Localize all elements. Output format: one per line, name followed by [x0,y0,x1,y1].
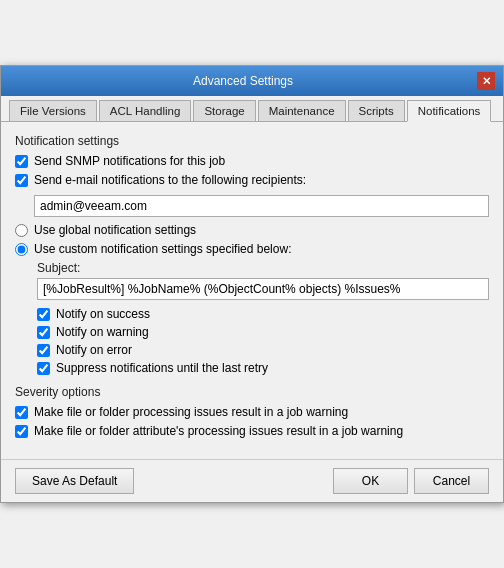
radio-custom-label: Use custom notification settings specifi… [34,242,291,256]
advanced-settings-window: Advanced Settings ✕ File Versions ACL Ha… [0,65,504,503]
suppress-checkbox[interactable] [37,362,50,375]
subject-input[interactable] [37,278,489,300]
tab-file-versions[interactable]: File Versions [9,100,97,121]
notify-success-row: Notify on success [37,307,489,321]
notify-options: Notify on success Notify on warning Noti… [37,307,489,375]
severity-option1-label: Make file or folder processing issues re… [34,405,348,419]
severity-option1-checkbox[interactable] [15,406,28,419]
radio-custom-row: Use custom notification settings specifi… [15,242,489,256]
notification-settings-label: Notification settings [15,134,489,148]
footer-left: Save As Default [15,468,333,494]
notify-error-label: Notify on error [56,343,132,357]
close-button[interactable]: ✕ [477,72,495,90]
email-input-wrapper [15,192,489,223]
notify-warning-row: Notify on warning [37,325,489,339]
snmp-label: Send SNMP notifications for this job [34,154,225,168]
snmp-checkbox[interactable] [15,155,28,168]
tab-acl-handling[interactable]: ACL Handling [99,100,192,121]
severity-option2-label: Make file or folder attribute's processi… [34,424,403,438]
radio-global-row: Use global notification settings [15,223,489,237]
email-checkbox-row: Send e-mail notifications to the followi… [15,173,489,187]
radio-custom[interactable] [15,243,28,256]
tab-storage[interactable]: Storage [193,100,255,121]
notify-success-label: Notify on success [56,307,150,321]
ok-button[interactable]: OK [333,468,408,494]
tabs-bar: File Versions ACL Handling Storage Maint… [1,96,503,122]
severity-section: Severity options Make file or folder pro… [15,385,489,438]
tab-notifications[interactable]: Notifications [407,100,492,122]
severity-option2-row: Make file or folder attribute's processi… [15,424,489,438]
cancel-button[interactable]: Cancel [414,468,489,494]
radio-global-label: Use global notification settings [34,223,196,237]
save-default-button[interactable]: Save As Default [15,468,134,494]
suppress-label: Suppress notifications until the last re… [56,361,268,375]
snmp-row: Send SNMP notifications for this job [15,154,489,168]
suppress-row: Suppress notifications until the last re… [37,361,489,375]
notify-warning-checkbox[interactable] [37,326,50,339]
title-bar: Advanced Settings ✕ [1,66,503,96]
tab-maintenance[interactable]: Maintenance [258,100,346,121]
severity-label: Severity options [15,385,489,399]
email-checkbox[interactable] [15,174,28,187]
severity-option2-checkbox[interactable] [15,425,28,438]
footer: Save As Default OK Cancel [1,459,503,502]
notify-error-checkbox[interactable] [37,344,50,357]
email-label: Send e-mail notifications to the followi… [34,173,306,187]
footer-right: OK Cancel [333,468,489,494]
notify-success-checkbox[interactable] [37,308,50,321]
content-area: Notification settings Send SNMP notifica… [1,122,503,455]
email-input[interactable] [34,195,489,217]
subject-label: Subject: [37,261,489,275]
window-title: Advanced Settings [9,74,477,88]
notify-error-row: Notify on error [37,343,489,357]
severity-option1-row: Make file or folder processing issues re… [15,405,489,419]
notify-warning-label: Notify on warning [56,325,149,339]
radio-global[interactable] [15,224,28,237]
tab-scripts[interactable]: Scripts [348,100,405,121]
